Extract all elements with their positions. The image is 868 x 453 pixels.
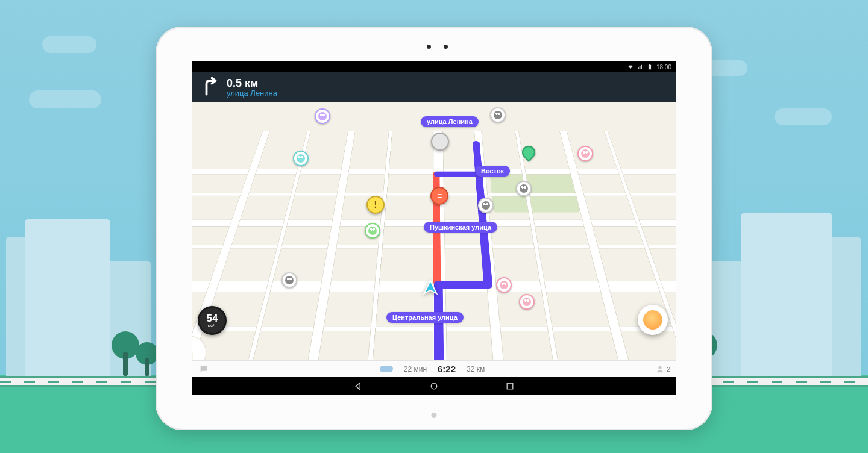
- street-label-tsentralnaya: Центральная улица: [386, 312, 464, 323]
- home-indicator: [432, 413, 437, 418]
- home-button[interactable]: [429, 381, 439, 391]
- building-icon: [741, 213, 832, 376]
- signal-icon: [637, 64, 643, 70]
- hazard-report-icon[interactable]: [366, 196, 385, 214]
- report-balloon-icon: [643, 310, 662, 330]
- street-label-pushkinskaya: Пушкинская улица: [424, 222, 497, 233]
- status-time: 18:00: [656, 64, 671, 70]
- wifi-icon: [627, 64, 634, 70]
- building-icon: [25, 219, 110, 376]
- cloud-icon: [29, 90, 101, 108]
- cloud-icon: [775, 108, 832, 125]
- report-button[interactable]: [638, 305, 668, 335]
- battery-icon: [647, 64, 653, 70]
- chat-button[interactable]: [192, 364, 216, 374]
- tablet-screen: 18:00 0.5 км улица Ленина: [192, 61, 676, 395]
- turn-right-icon: [200, 76, 218, 99]
- navigation-app[interactable]: 0.5 км улица Ленина: [192, 72, 676, 377]
- wazer-icon[interactable]: [281, 272, 297, 288]
- friends-count: 2: [667, 366, 670, 373]
- speedometer[interactable]: 54 км/ч: [198, 306, 227, 335]
- svg-point-0: [431, 383, 437, 389]
- direction-panel[interactable]: 0.5 км улица Ленина: [192, 72, 676, 102]
- camera-dot-icon: [444, 45, 448, 49]
- cloud-icon: [42, 36, 96, 53]
- next-turn-distance: 0.5 км: [227, 77, 277, 90]
- wazer-icon[interactable]: [478, 198, 494, 213]
- street-label-vostok: Восток: [475, 166, 510, 177]
- next-turn-street: улица Ленина: [227, 89, 277, 98]
- tablet-frame: 18:00 0.5 км улица Ленина: [156, 27, 712, 430]
- wazer-icon[interactable]: [315, 108, 330, 124]
- time-remaining: 22 мин: [404, 365, 427, 373]
- svg-rect-1: [507, 383, 513, 389]
- street-label-lenina: улица Ленина: [421, 116, 479, 127]
- eta-time: 6:22: [438, 364, 456, 374]
- friends-button[interactable]: 2: [649, 361, 676, 377]
- android-status-bar: 18:00: [192, 61, 676, 72]
- route-segment: [434, 281, 493, 289]
- back-button[interactable]: [353, 381, 363, 391]
- roundabout: [192, 336, 212, 360]
- current-location-arrow-icon: [418, 276, 442, 300]
- person-icon: [655, 364, 665, 374]
- eta-bar[interactable]: 22 мин 6:22 32 км 2: [192, 360, 676, 377]
- eta-info[interactable]: 22 мин 6:22 32 км: [216, 364, 649, 374]
- chat-icon: [199, 364, 209, 374]
- police-report-icon[interactable]: [431, 133, 449, 151]
- wazer-icon[interactable]: [490, 107, 506, 123]
- speed-value: 54: [207, 313, 218, 323]
- route-pill-icon: [380, 366, 393, 372]
- traffic-report-icon[interactable]: [430, 187, 448, 205]
- android-nav-bar: [192, 377, 676, 395]
- wazer-icon[interactable]: [519, 294, 535, 310]
- distance-remaining: 32 км: [467, 365, 485, 373]
- wazer-icon[interactable]: [516, 181, 532, 196]
- overview-button[interactable]: [505, 381, 515, 391]
- wazer-icon[interactable]: [293, 151, 309, 166]
- camera-dot-icon: [427, 45, 431, 49]
- wazer-icon[interactable]: [365, 223, 380, 239]
- direction-text: 0.5 км улица Ленина: [227, 77, 277, 98]
- wazer-icon[interactable]: [577, 146, 593, 161]
- speed-unit: км/ч: [208, 323, 217, 328]
- wazer-icon[interactable]: [496, 277, 512, 293]
- map-canvas[interactable]: улица Ленина Восток Пушкинская улица Цен…: [192, 102, 676, 360]
- map-plane: [192, 131, 676, 360]
